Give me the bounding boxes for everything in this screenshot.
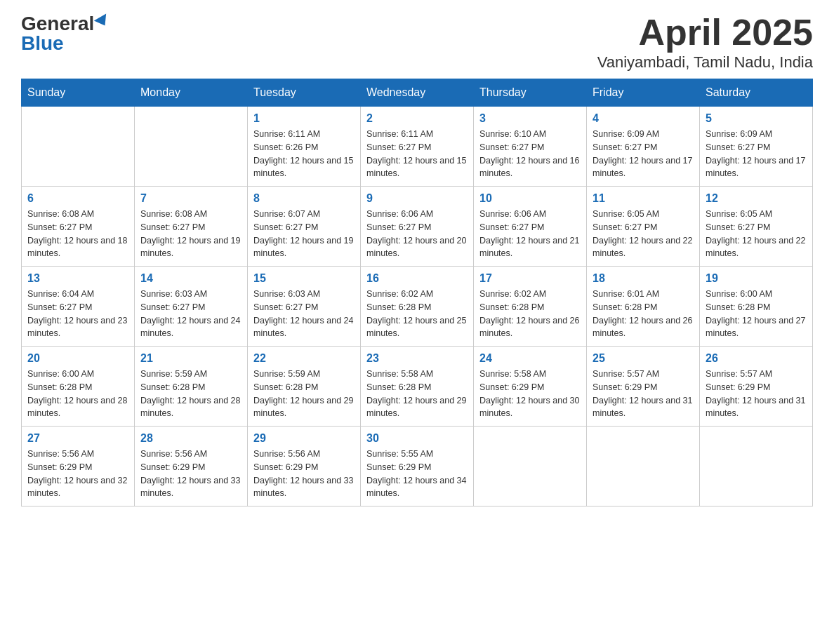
day-info: Sunrise: 6:08 AMSunset: 6:27 PMDaylight:… xyxy=(140,208,241,260)
day-info: Sunrise: 5:59 AMSunset: 6:28 PMDaylight:… xyxy=(140,368,241,420)
calendar-week-row: 20Sunrise: 6:00 AMSunset: 6:28 PMDayligh… xyxy=(22,347,813,427)
calendar-cell: 27Sunrise: 5:56 AMSunset: 6:29 PMDayligh… xyxy=(22,427,135,507)
calendar-cell: 18Sunrise: 6:01 AMSunset: 6:28 PMDayligh… xyxy=(587,267,700,347)
day-info: Sunrise: 6:00 AMSunset: 6:28 PMDaylight:… xyxy=(706,288,807,340)
day-info: Sunrise: 6:06 AMSunset: 6:27 PMDaylight:… xyxy=(479,208,581,260)
calendar-cell: 3Sunrise: 6:10 AMSunset: 6:27 PMDaylight… xyxy=(474,107,587,187)
day-info: Sunrise: 6:06 AMSunset: 6:27 PMDaylight:… xyxy=(366,208,468,260)
day-number: 13 xyxy=(27,272,128,285)
day-info: Sunrise: 6:04 AMSunset: 6:27 PMDaylight:… xyxy=(27,288,128,340)
day-number: 26 xyxy=(706,352,807,365)
calendar-cell: 24Sunrise: 5:58 AMSunset: 6:29 PMDayligh… xyxy=(474,347,587,427)
day-number: 30 xyxy=(366,432,468,445)
calendar-week-row: 27Sunrise: 5:56 AMSunset: 6:29 PMDayligh… xyxy=(22,427,813,507)
day-info: Sunrise: 5:56 AMSunset: 6:29 PMDaylight:… xyxy=(27,448,128,500)
day-info: Sunrise: 6:10 AMSunset: 6:27 PMDaylight:… xyxy=(479,128,581,180)
calendar-cell: 17Sunrise: 6:02 AMSunset: 6:28 PMDayligh… xyxy=(474,267,587,347)
calendar-cell: 11Sunrise: 6:05 AMSunset: 6:27 PMDayligh… xyxy=(587,187,700,267)
calendar-cell: 2Sunrise: 6:11 AMSunset: 6:27 PMDaylight… xyxy=(361,107,474,187)
day-info: Sunrise: 6:05 AMSunset: 6:27 PMDaylight:… xyxy=(706,208,807,260)
day-info: Sunrise: 6:07 AMSunset: 6:27 PMDaylight:… xyxy=(253,208,355,260)
weekday-header-saturday: Saturday xyxy=(700,79,813,107)
day-number: 6 xyxy=(27,192,128,205)
calendar-cell: 22Sunrise: 5:59 AMSunset: 6:28 PMDayligh… xyxy=(248,347,361,427)
month-title: April 2025 xyxy=(597,14,813,51)
logo: General Blue xyxy=(21,14,111,53)
calendar-cell: 30Sunrise: 5:55 AMSunset: 6:29 PMDayligh… xyxy=(361,427,474,507)
calendar-cell: 6Sunrise: 6:08 AMSunset: 6:27 PMDaylight… xyxy=(22,187,135,267)
calendar-week-row: 13Sunrise: 6:04 AMSunset: 6:27 PMDayligh… xyxy=(22,267,813,347)
location-title: Vaniyambadi, Tamil Nadu, India xyxy=(597,53,813,72)
day-number: 7 xyxy=(140,192,241,205)
calendar-cell: 4Sunrise: 6:09 AMSunset: 6:27 PMDaylight… xyxy=(587,107,700,187)
day-number: 22 xyxy=(253,352,355,365)
calendar-cell: 10Sunrise: 6:06 AMSunset: 6:27 PMDayligh… xyxy=(474,187,587,267)
calendar-cell xyxy=(22,107,135,187)
calendar-cell: 12Sunrise: 6:05 AMSunset: 6:27 PMDayligh… xyxy=(700,187,813,267)
day-number: 5 xyxy=(706,112,807,125)
calendar-cell: 23Sunrise: 5:58 AMSunset: 6:28 PMDayligh… xyxy=(361,347,474,427)
day-info: Sunrise: 5:59 AMSunset: 6:28 PMDaylight:… xyxy=(253,368,355,420)
day-number: 3 xyxy=(479,112,581,125)
calendar-table: SundayMondayTuesdayWednesdayThursdayFrid… xyxy=(21,79,813,507)
day-number: 28 xyxy=(140,432,241,445)
logo-triangle-icon xyxy=(94,13,111,29)
calendar-cell: 25Sunrise: 5:57 AMSunset: 6:29 PMDayligh… xyxy=(587,347,700,427)
weekday-header-tuesday: Tuesday xyxy=(248,79,361,107)
calendar-cell: 20Sunrise: 6:00 AMSunset: 6:28 PMDayligh… xyxy=(22,347,135,427)
logo-blue-text: Blue xyxy=(21,34,64,53)
day-number: 8 xyxy=(253,192,355,205)
day-number: 19 xyxy=(706,272,807,285)
calendar-cell: 19Sunrise: 6:00 AMSunset: 6:28 PMDayligh… xyxy=(700,267,813,347)
day-number: 1 xyxy=(253,112,355,125)
day-number: 20 xyxy=(27,352,128,365)
day-info: Sunrise: 6:08 AMSunset: 6:27 PMDaylight:… xyxy=(27,208,128,260)
calendar-cell: 21Sunrise: 5:59 AMSunset: 6:28 PMDayligh… xyxy=(135,347,248,427)
calendar-cell: 5Sunrise: 6:09 AMSunset: 6:27 PMDaylight… xyxy=(700,107,813,187)
day-info: Sunrise: 6:01 AMSunset: 6:28 PMDaylight:… xyxy=(593,288,694,340)
day-number: 21 xyxy=(140,352,241,365)
weekday-header-monday: Monday xyxy=(135,79,248,107)
calendar-cell: 1Sunrise: 6:11 AMSunset: 6:26 PMDaylight… xyxy=(248,107,361,187)
day-info: Sunrise: 6:11 AMSunset: 6:27 PMDaylight:… xyxy=(366,128,468,180)
day-info: Sunrise: 6:09 AMSunset: 6:27 PMDaylight:… xyxy=(593,128,694,180)
day-info: Sunrise: 6:02 AMSunset: 6:28 PMDaylight:… xyxy=(366,288,468,340)
calendar-cell: 9Sunrise: 6:06 AMSunset: 6:27 PMDaylight… xyxy=(361,187,474,267)
calendar-cell: 8Sunrise: 6:07 AMSunset: 6:27 PMDaylight… xyxy=(248,187,361,267)
calendar-cell: 29Sunrise: 5:56 AMSunset: 6:29 PMDayligh… xyxy=(248,427,361,507)
weekday-header-wednesday: Wednesday xyxy=(361,79,474,107)
page-header: General Blue April 2025 Vaniyambadi, Tam… xyxy=(21,14,813,72)
calendar-cell: 13Sunrise: 6:04 AMSunset: 6:27 PMDayligh… xyxy=(22,267,135,347)
day-number: 25 xyxy=(593,352,694,365)
day-number: 16 xyxy=(366,272,468,285)
day-info: Sunrise: 5:57 AMSunset: 6:29 PMDaylight:… xyxy=(593,368,694,420)
day-info: Sunrise: 6:03 AMSunset: 6:27 PMDaylight:… xyxy=(140,288,241,340)
day-info: Sunrise: 6:00 AMSunset: 6:28 PMDaylight:… xyxy=(27,368,128,420)
day-info: Sunrise: 5:56 AMSunset: 6:29 PMDaylight:… xyxy=(140,448,241,500)
day-number: 18 xyxy=(593,272,694,285)
day-info: Sunrise: 6:09 AMSunset: 6:27 PMDaylight:… xyxy=(706,128,807,180)
logo-general-text: General xyxy=(21,14,94,34)
calendar-cell xyxy=(587,427,700,507)
calendar-header-row: SundayMondayTuesdayWednesdayThursdayFrid… xyxy=(22,79,813,107)
weekday-header-sunday: Sunday xyxy=(22,79,135,107)
calendar-cell: 16Sunrise: 6:02 AMSunset: 6:28 PMDayligh… xyxy=(361,267,474,347)
title-section: April 2025 Vaniyambadi, Tamil Nadu, Indi… xyxy=(597,14,813,72)
calendar-cell: 15Sunrise: 6:03 AMSunset: 6:27 PMDayligh… xyxy=(248,267,361,347)
day-info: Sunrise: 5:57 AMSunset: 6:29 PMDaylight:… xyxy=(706,368,807,420)
day-number: 23 xyxy=(366,352,468,365)
day-info: Sunrise: 5:55 AMSunset: 6:29 PMDaylight:… xyxy=(366,448,468,500)
day-number: 10 xyxy=(479,192,581,205)
day-number: 27 xyxy=(27,432,128,445)
calendar-week-row: 6Sunrise: 6:08 AMSunset: 6:27 PMDaylight… xyxy=(22,187,813,267)
day-info: Sunrise: 6:03 AMSunset: 6:27 PMDaylight:… xyxy=(253,288,355,340)
calendar-cell xyxy=(700,427,813,507)
day-info: Sunrise: 6:11 AMSunset: 6:26 PMDaylight:… xyxy=(253,128,355,180)
day-number: 15 xyxy=(253,272,355,285)
calendar-cell xyxy=(135,107,248,187)
calendar-week-row: 1Sunrise: 6:11 AMSunset: 6:26 PMDaylight… xyxy=(22,107,813,187)
day-number: 2 xyxy=(366,112,468,125)
day-info: Sunrise: 6:02 AMSunset: 6:28 PMDaylight:… xyxy=(479,288,581,340)
day-number: 14 xyxy=(140,272,241,285)
calendar-cell: 7Sunrise: 6:08 AMSunset: 6:27 PMDaylight… xyxy=(135,187,248,267)
